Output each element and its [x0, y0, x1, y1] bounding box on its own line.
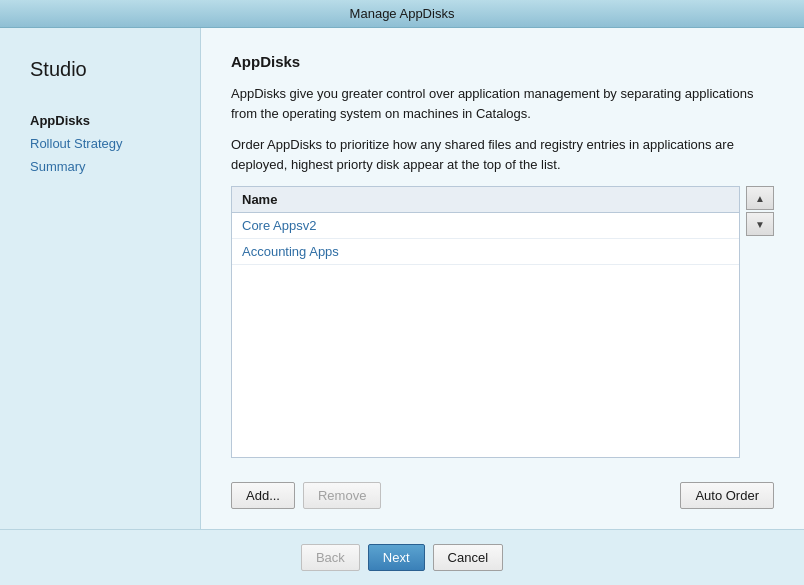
left-buttons: Add... Remove: [231, 482, 381, 509]
remove-button[interactable]: Remove: [303, 482, 381, 509]
sidebar-title: Studio: [30, 58, 180, 81]
sidebar: Studio AppDisks Rollout Strategy Summary: [0, 28, 200, 529]
description-1: AppDisks give you greater control over a…: [231, 84, 774, 123]
scroll-controls: ▲ ▼: [740, 186, 774, 470]
chevron-up-icon: ▲: [755, 193, 765, 204]
content-area: AppDisks AppDisks give you greater contr…: [200, 28, 804, 529]
table-row[interactable]: Accounting Apps: [232, 239, 739, 265]
sidebar-item-appdisks[interactable]: AppDisks: [30, 111, 180, 130]
sidebar-item-rollout[interactable]: Rollout Strategy: [30, 134, 180, 153]
description-2: Order AppDisks to prioritize how any sha…: [231, 135, 774, 174]
app-window: Manage AppDisks Studio AppDisks Rollout …: [0, 0, 804, 585]
table-column-header: Name: [232, 187, 739, 213]
title-bar-label: Manage AppDisks: [350, 6, 455, 21]
footer: Back Next Cancel: [0, 529, 804, 585]
appdisks-table: Name Core Appsv2 Accounting Apps: [231, 186, 740, 458]
back-button[interactable]: Back: [301, 544, 360, 571]
sidebar-nav: AppDisks Rollout Strategy Summary: [30, 111, 180, 176]
scroll-down-button[interactable]: ▼: [746, 212, 774, 236]
cancel-button[interactable]: Cancel: [433, 544, 503, 571]
content-title: AppDisks: [231, 53, 774, 70]
sidebar-item-summary[interactable]: Summary: [30, 157, 180, 176]
scroll-up-button[interactable]: ▲: [746, 186, 774, 210]
title-bar: Manage AppDisks: [0, 0, 804, 28]
add-button[interactable]: Add...: [231, 482, 295, 509]
auto-order-button[interactable]: Auto Order: [680, 482, 774, 509]
middle-section: Studio AppDisks Rollout Strategy Summary…: [0, 28, 804, 529]
table-outer: Name Core Appsv2 Accounting Apps ▲ ▼: [231, 186, 774, 470]
table-row[interactable]: Core Appsv2: [232, 213, 739, 239]
chevron-down-icon: ▼: [755, 219, 765, 230]
next-button[interactable]: Next: [368, 544, 425, 571]
table-action-buttons: Add... Remove Auto Order: [231, 482, 774, 509]
